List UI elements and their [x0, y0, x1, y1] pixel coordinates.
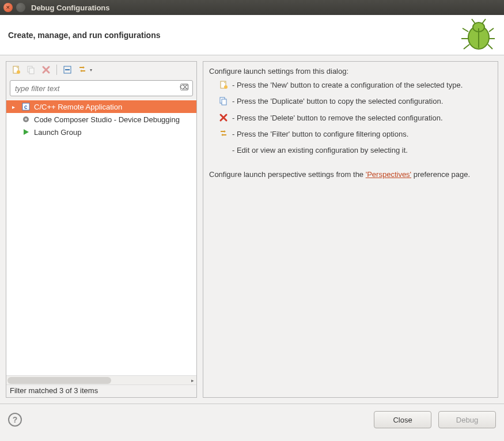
instruction-new: - Press the 'New' button to create a con… — [218, 80, 492, 91]
svg-point-12 — [17, 70, 20, 74]
filter-config-button[interactable] — [76, 63, 89, 76]
svg-line-9 — [472, 19, 475, 24]
svg-line-5 — [464, 44, 469, 49]
configurations-tree[interactable]: ▸ c C/C++ Remote Application Code Compos… — [6, 100, 196, 375]
duplicate-icon — [26, 65, 36, 74]
filter-arrows-icon — [218, 129, 229, 138]
duplicate-config-button[interactable] — [25, 63, 37, 76]
instruction-duplicate: - Press the 'Duplicate' button to copy t… — [218, 96, 492, 107]
new-config-button[interactable] — [10, 63, 22, 76]
footer-buttons: Close Debug — [374, 411, 496, 428]
svg-line-10 — [482, 19, 486, 24]
perspectives-link[interactable]: 'Perspectives' — [366, 170, 411, 179]
tree-horizontal-scrollbar[interactable]: ◂ ▸ — [6, 375, 196, 385]
collapse-all-button[interactable] — [61, 63, 74, 76]
tree-item-label: C/C++ Remote Application — [34, 103, 122, 111]
tree-item-launch-group[interactable]: Launch Group — [6, 126, 196, 138]
tree-item-c-remote-app[interactable]: ▸ c C/C++ Remote Application — [6, 100, 196, 113]
perspective-note: Configure launch perspective settings fr… — [209, 169, 492, 180]
help-button[interactable]: ? — [8, 413, 22, 427]
play-icon — [21, 127, 31, 137]
tree-item-ccs-debug[interactable]: Code Composer Studio - Device Debugging — [6, 113, 196, 126]
toolbar-separator — [56, 65, 57, 75]
svg-line-6 — [489, 28, 494, 32]
filter-status-label: Filter matched 3 of 3 items — [6, 385, 196, 397]
perspective-note-post: preference page. — [414, 170, 470, 179]
filter-wrap: ⌫ — [6, 78, 196, 100]
delete-config-button[interactable] — [40, 63, 52, 76]
dialog-header: Create, manage, and run configurations — [0, 15, 504, 55]
delete-x-icon — [41, 65, 51, 74]
window-minimize-button[interactable] — [16, 3, 25, 12]
duplicate-icon — [218, 96, 229, 105]
debug-button[interactable]: Debug — [438, 411, 496, 428]
instruction-text: - Press the 'New' button to create a con… — [232, 80, 463, 91]
collapse-icon — [63, 65, 72, 74]
svg-point-20 — [25, 118, 27, 120]
c-file-icon: c — [21, 102, 31, 111]
tree-item-label: Launch Group — [34, 128, 81, 137]
debug-beetle-icon — [459, 17, 496, 54]
window-close-button[interactable]: ✕ — [3, 3, 13, 12]
svg-point-22 — [224, 85, 228, 89]
gear-icon — [21, 115, 31, 124]
scroll-right-arrow-icon[interactable]: ▸ — [188, 376, 196, 385]
instructions-intro: Configure launch settings from this dial… — [209, 66, 492, 77]
svg-rect-24 — [222, 99, 226, 105]
instruction-text: - Press the 'Delete' button to remove th… — [232, 113, 443, 123]
instruction-filter: - Press the 'Filter' button to configure… — [218, 129, 492, 140]
instruction-edit: - Edit or view an existing configuration… — [218, 145, 492, 156]
dialog-content: ▾ ⌫ ▸ c C/C++ Remote Application Code Co… — [0, 55, 504, 404]
filter-arrows-icon — [78, 65, 87, 74]
instructions-panel: Configure launch settings from this dial… — [203, 61, 498, 398]
expander-icon[interactable]: ▸ — [12, 104, 18, 110]
instruction-text: - Press the 'Filter' button to configure… — [232, 129, 408, 140]
instruction-text: - Edit or view an existing configuration… — [232, 145, 408, 156]
dialog-footer: ? Close Debug — [0, 404, 504, 435]
svg-text:c: c — [24, 104, 28, 110]
filter-input[interactable] — [10, 80, 193, 96]
configurations-panel: ▾ ⌫ ▸ c C/C++ Remote Application Code Co… — [6, 61, 197, 398]
instruction-delete: - Press the 'Delete' button to remove th… — [218, 113, 492, 123]
instruction-text: - Press the 'Duplicate' button to copy t… — [232, 96, 443, 107]
new-file-icon — [12, 65, 21, 74]
tree-item-label: Code Composer Studio - Device Debugging — [34, 115, 180, 124]
window-titlebar: ✕ Debug Configurations — [0, 0, 504, 15]
svg-line-3 — [463, 28, 468, 32]
new-file-icon — [218, 80, 229, 89]
clear-filter-button[interactable]: ⌫ — [180, 84, 188, 91]
configurations-toolbar: ▾ — [6, 62, 196, 78]
svg-rect-14 — [29, 68, 34, 74]
delete-x-icon — [218, 113, 229, 122]
close-button[interactable]: Close — [374, 411, 431, 428]
perspective-note-pre: Configure launch perspective settings fr… — [209, 170, 366, 179]
scroll-thumb[interactable] — [7, 377, 111, 384]
chevron-down-icon[interactable]: ▾ — [90, 67, 92, 73]
window-title: Debug Configurations — [31, 3, 110, 12]
svg-line-8 — [488, 44, 492, 49]
dialog-header-title: Create, manage, and run configurations — [8, 31, 161, 40]
